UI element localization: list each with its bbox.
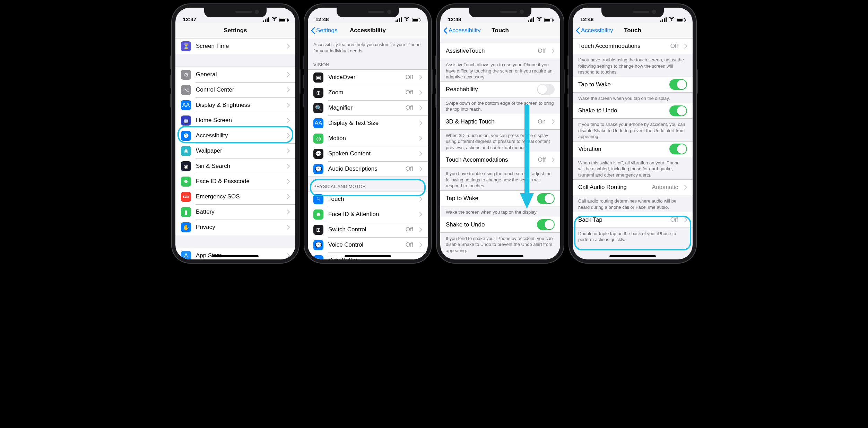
row-app-store[interactable]: A App Store (175, 248, 295, 259)
chevron-icon (419, 136, 422, 141)
row-label: Spoken Content (328, 150, 415, 157)
row-wallpaper[interactable]: ❀ Wallpaper (175, 143, 295, 159)
footer-text: Wake the screen when you tap on the disp… (440, 206, 560, 217)
row-privacy[interactable]: ✋ Privacy (175, 220, 295, 235)
row-voice-ctrl[interactable]: 💬 Voice Control Off (308, 237, 428, 252)
row-label: Audio Descriptions (328, 165, 401, 172)
row-back-tap[interactable]: Back TapOff (573, 212, 693, 228)
shake-undo-toggle[interactable] (669, 105, 687, 116)
row-switch-ctrl[interactable]: ⊞ Switch Control Off (308, 222, 428, 237)
row-touch-accom[interactable]: Touch AccommodationsOff (573, 38, 693, 54)
row-reachability[interactable]: Reachability (440, 82, 560, 97)
back-button[interactable]: Accessibility (440, 27, 481, 34)
voiceover-icon: ▣ (313, 72, 323, 83)
row-spoken[interactable]: 💬 Spoken Content (308, 146, 428, 161)
touch-icon: ☟ (313, 194, 323, 204)
home-indicator[interactable] (212, 255, 259, 257)
row-battery[interactable]: ▮ Battery (175, 204, 295, 220)
row-magnifier[interactable]: 🔍 Magnifier Off (308, 100, 428, 115)
row-touch[interactable]: ☟ Touch (308, 191, 428, 207)
chevron-icon (419, 242, 422, 247)
row-audiodesc[interactable]: 💬 Audio Descriptions Off (308, 161, 428, 177)
tap-wake-toggle[interactable] (669, 79, 687, 90)
row-sos[interactable]: SOS Emergency SOS (175, 189, 295, 204)
row-vibration[interactable]: Vibration (573, 142, 693, 157)
chevron-icon (684, 217, 687, 222)
row-home-screen[interactable]: ▦ Home Screen (175, 113, 295, 128)
row-value: Off (538, 156, 546, 163)
row-value: Off (406, 241, 413, 248)
row-faceid[interactable]: ☻ Face ID & Passcode (175, 174, 295, 189)
cellular-signal-icon (263, 17, 269, 22)
back-button[interactable]: Accessibility (573, 27, 613, 34)
home-indicator[interactable] (345, 255, 391, 257)
row-accessibility[interactable]: ➊ Accessibility (175, 128, 295, 143)
side-button-icon: ▯ (313, 255, 323, 259)
footer-text: When this switch is off, all vibration o… (573, 157, 693, 180)
tap-wake-toggle[interactable] (537, 193, 555, 204)
footer-text: If you have trouble using the touch scre… (573, 54, 693, 77)
row-general[interactable]: ⚙︎ General (175, 67, 295, 82)
reachability-toggle[interactable] (537, 84, 555, 95)
chevron-icon (287, 118, 290, 123)
wifi-icon (669, 16, 675, 22)
row-label: Touch (328, 196, 415, 203)
row-call-audio[interactable]: Call Audio RoutingAutomatic (573, 180, 693, 195)
notch (337, 8, 399, 17)
cellular-signal-icon (528, 17, 534, 22)
control-center-icon: ⌥ (181, 85, 191, 95)
cellular-signal-icon (660, 17, 667, 22)
chevron-icon (419, 151, 422, 156)
row-tap-wake[interactable]: Tap to Wake (573, 77, 693, 92)
chevron-icon (419, 105, 422, 110)
row-haptic[interactable]: 3D & Haptic TouchOn (440, 114, 560, 129)
row-label: AssistiveTouch (446, 48, 533, 54)
row-label: Switch Control (328, 226, 401, 233)
chevron-icon (684, 185, 687, 190)
chevron-icon (552, 119, 555, 124)
row-display[interactable]: AA Display & Brightness (175, 97, 295, 113)
row-label: Vibration (578, 146, 665, 153)
row-zoom[interactable]: ⊕ Zoom Off (308, 85, 428, 100)
row-label: Battery (196, 208, 282, 215)
row-screen-time[interactable]: ⏳ Screen Time (175, 38, 295, 54)
battery-icon: ▮ (181, 207, 191, 217)
row-tap-wake[interactable]: Tap to Wake (440, 191, 560, 206)
row-touch-accom[interactable]: Touch AccommodationsOff (440, 152, 560, 168)
row-label: Shake to Undo (446, 221, 532, 228)
row-label: Zoom (328, 89, 401, 96)
row-label: General (196, 71, 282, 78)
audiodesc-icon: 💬 (313, 164, 323, 174)
row-value: Off (670, 43, 678, 50)
back-button[interactable]: Settings (308, 27, 337, 34)
iphone-frame: 12:47 Settings ⏳ Screen Time ⚙︎ General … (171, 3, 300, 264)
chevron-icon (287, 225, 290, 230)
row-control-center[interactable]: ⌥ Control Center (175, 82, 295, 97)
nav-bar: Settings (175, 23, 295, 38)
row-shake-undo[interactable]: Shake to Undo (573, 103, 693, 118)
row-siri[interactable]: ◉ Siri & Search (175, 159, 295, 174)
row-shake-undo[interactable]: Shake to Undo (440, 217, 560, 232)
vibration-toggle[interactable] (669, 144, 687, 154)
row-textsize[interactable]: AA Display & Text Size (308, 115, 428, 131)
intro-text: Accessibility features help you customiz… (308, 38, 428, 55)
home-indicator[interactable] (477, 255, 523, 257)
chevron-icon (419, 90, 422, 95)
accessibility-list: Accessibility features help you customiz… (308, 38, 428, 259)
row-motion[interactable]: ◎ Motion (308, 131, 428, 146)
motor-header: PHYSICAL AND MOTOR (308, 177, 428, 191)
row-voiceover[interactable]: ▣ VoiceOver Off (308, 70, 428, 85)
chevron-icon (287, 133, 290, 138)
wifi-icon (271, 16, 277, 22)
row-label: Display & Brightness (196, 102, 282, 109)
row-faceid-attn[interactable]: ☻ Face ID & Attention (308, 207, 428, 222)
row-assistivetouch[interactable]: AssistiveTouchOff (440, 43, 560, 59)
shake-undo-toggle[interactable] (537, 219, 555, 230)
row-label: Tap to Wake (446, 195, 532, 202)
chevron-icon (287, 103, 290, 108)
screen: 12:47 Settings ⏳ Screen Time ⚙︎ General … (175, 8, 295, 259)
footer-text: Double or triple tap on the back of your… (573, 228, 693, 244)
chevron-icon (552, 49, 555, 53)
chevron-icon (419, 197, 422, 202)
home-indicator[interactable] (609, 255, 656, 257)
